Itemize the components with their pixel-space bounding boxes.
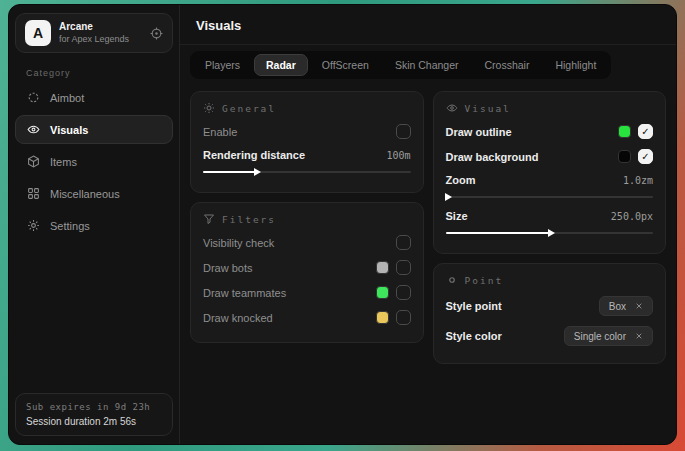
app-header-card: A Arcane for Apex Legends (15, 13, 173, 53)
sidebar-item-label: Aimbot (50, 92, 84, 104)
style-point-select[interactable]: Box (599, 296, 653, 316)
sidebar-item-miscellaneous[interactable]: Miscellaneous (15, 179, 173, 208)
content-area: General Enable Rendering distance 100m (180, 81, 676, 374)
funnel-icon (203, 213, 215, 225)
app-logo: A (25, 20, 51, 46)
sidebar-item-label: Visuals (50, 124, 88, 136)
enable-label: Enable (203, 126, 237, 138)
style-point-row: Style point Box (446, 291, 654, 321)
draw-knocked-row: Draw knocked (203, 305, 411, 330)
draw-outline-color-swatch[interactable] (618, 125, 631, 138)
slider-handle[interactable] (548, 229, 555, 237)
enable-checkbox[interactable] (396, 124, 411, 139)
general-section: General Enable Rendering distance 100m (190, 91, 424, 193)
draw-bots-checkbox[interactable] (396, 260, 411, 275)
style-color-select[interactable]: Single color (564, 326, 653, 346)
sidebar-item-settings[interactable]: Settings (15, 211, 173, 240)
draw-bots-color-swatch[interactable] (376, 261, 389, 274)
size-label: Size (446, 210, 468, 222)
app-name: Arcane (59, 21, 129, 34)
visual-section-header: Visual (446, 102, 654, 114)
sidebar-item-visuals[interactable]: Visuals (15, 115, 173, 144)
slider-handle[interactable] (254, 168, 261, 176)
tabbar: Players Radar OffScreen Skin Changer Cro… (190, 51, 611, 79)
section-title: Visual (465, 103, 511, 114)
draw-background-controls: ✓ (618, 149, 653, 164)
main-panel: Visuals Players Radar OffScreen Skin Cha… (180, 5, 676, 444)
sidebar-item-aimbot[interactable]: Aimbot (15, 83, 173, 112)
box-icon (27, 155, 40, 168)
gear-icon (27, 219, 40, 232)
sub-expiry-text: Sub expires in 9d 23h (26, 402, 162, 412)
draw-teammates-label: Draw teammates (203, 287, 286, 299)
style-color-row: Style color Single color (446, 321, 654, 351)
session-duration-text: Session duration 2m 56s (26, 416, 162, 427)
draw-teammates-row: Draw teammates (203, 280, 411, 305)
section-title: Filters (222, 214, 276, 225)
zoom-label: Zoom (446, 174, 476, 186)
draw-teammates-color-swatch[interactable] (376, 286, 389, 299)
target-icon[interactable] (150, 27, 163, 40)
visibility-check-label: Visibility check (203, 237, 274, 249)
visual-section: Visual Draw outline ✓ Draw background (433, 91, 667, 254)
general-section-header: General (203, 102, 411, 114)
tab-radar[interactable]: Radar (254, 54, 308, 76)
section-title: Point (465, 275, 504, 286)
slider-fill (203, 171, 255, 173)
right-column: Visual Draw outline ✓ Draw background (433, 91, 667, 364)
app-window: A Arcane for Apex Legends Category Aimbo… (8, 4, 677, 445)
size-slider[interactable] (446, 232, 654, 234)
tab-offscreen[interactable]: OffScreen (310, 54, 381, 76)
tab-crosshair[interactable]: Crosshair (473, 54, 542, 76)
style-color-value: Single color (574, 331, 626, 342)
close-icon[interactable] (635, 332, 643, 340)
visibility-check-checkbox[interactable] (396, 235, 411, 250)
zoom-slider[interactable] (446, 196, 654, 198)
draw-background-checkbox[interactable]: ✓ (638, 149, 653, 164)
draw-knocked-label: Draw knocked (203, 312, 273, 324)
section-title: General (222, 103, 276, 114)
draw-knocked-controls (376, 310, 411, 325)
draw-bots-row: Draw bots (203, 255, 411, 280)
draw-background-color-swatch[interactable] (618, 150, 631, 163)
eye-icon (27, 123, 40, 136)
page-title: Visuals (196, 18, 660, 33)
rendering-distance-slider[interactable] (203, 171, 411, 173)
draw-knocked-checkbox[interactable] (396, 310, 411, 325)
point-section-header: Point (446, 274, 654, 286)
draw-outline-controls: ✓ (618, 124, 653, 139)
tab-players[interactable]: Players (193, 54, 252, 76)
draw-outline-checkbox[interactable]: ✓ (638, 124, 653, 139)
sidebar-nav: Aimbot Visuals Items (9, 83, 179, 240)
slider-fill (446, 232, 550, 234)
sun-icon (203, 102, 215, 114)
draw-knocked-color-swatch[interactable] (376, 311, 389, 324)
filters-section-header: Filters (203, 213, 411, 225)
check-icon: ✓ (641, 127, 649, 137)
sidebar-item-label: Miscellaneous (50, 188, 120, 200)
eye-icon (446, 102, 458, 114)
draw-background-label: Draw background (446, 151, 539, 163)
visibility-check-row: Visibility check (203, 230, 411, 255)
sidebar-item-items[interactable]: Items (15, 147, 173, 176)
style-point-value: Box (609, 301, 626, 312)
slider-handle[interactable] (445, 193, 452, 201)
app-subtitle: for Apex Legends (59, 34, 129, 45)
draw-teammates-controls (376, 285, 411, 300)
draw-teammates-checkbox[interactable] (396, 285, 411, 300)
rendering-distance-label: Rendering distance (203, 149, 305, 161)
tab-skin-changer[interactable]: Skin Changer (383, 54, 471, 76)
sidebar: A Arcane for Apex Legends Category Aimbo… (9, 5, 180, 444)
left-column: General Enable Rendering distance 100m (190, 91, 424, 343)
main-header: Visuals (180, 5, 676, 45)
draw-bots-controls (376, 260, 411, 275)
enable-row: Enable (203, 119, 411, 144)
size-row: Size 250.0px (446, 205, 654, 227)
desktop-background: A Arcane for Apex Legends Category Aimbo… (0, 0, 685, 451)
tab-highlight[interactable]: Highlight (543, 54, 608, 76)
close-icon[interactable] (635, 302, 643, 310)
size-value: 250.0px (611, 211, 653, 222)
tabbar-wrap: Players Radar OffScreen Skin Changer Cro… (180, 45, 676, 81)
filters-section: Filters Visibility check Draw bots (190, 202, 424, 343)
draw-bots-label: Draw bots (203, 262, 253, 274)
